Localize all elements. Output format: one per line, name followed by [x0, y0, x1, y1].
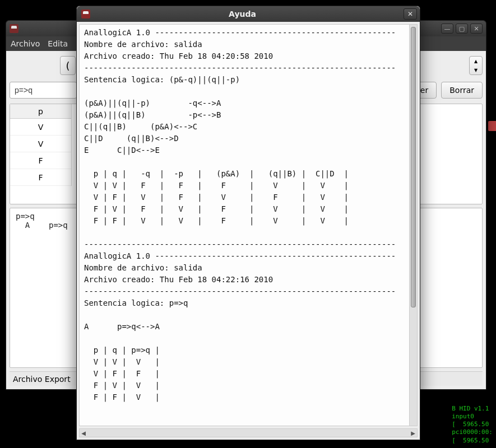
table-cell: V: [10, 136, 71, 152]
menu-editar[interactable]: Edita: [48, 39, 68, 48]
desktop-terminal-text: B HID v1.1 input0 [ 5965.50 pci0000:00: …: [452, 405, 493, 445]
scroll-right-icon[interactable]: ▶: [409, 429, 417, 437]
table-header[interactable]: p: [10, 104, 71, 119]
app-icon: [81, 10, 90, 18]
help-titlebar[interactable]: Ayuda ✕: [77, 6, 420, 22]
formula-input[interactable]: [10, 82, 77, 99]
table-cell: F: [10, 169, 71, 186]
close-button[interactable]: ✕: [404, 8, 417, 20]
help-content[interactable]: AnallogicA 1.0 -------------------------…: [79, 24, 410, 426]
app-icon: [10, 24, 18, 33]
help-title: Ayuda: [81, 10, 404, 18]
chevron-up-icon: ▲: [470, 57, 482, 66]
close-button[interactable]: ✕: [470, 24, 483, 34]
maximize-button[interactable]: ▢: [456, 24, 468, 34]
horizontal-scrollbar[interactable]: ◀ ▶: [79, 428, 418, 437]
export-menu[interactable]: Archivo Export: [13, 375, 71, 384]
spin-button[interactable]: ▲ ▼: [469, 56, 483, 75]
cursor-indicator: [488, 121, 496, 131]
paren-button[interactable]: (: [60, 56, 76, 75]
borrar-button[interactable]: Borrar: [441, 82, 483, 99]
chevron-down-icon: ▼: [470, 66, 482, 74]
table-cell: V: [10, 119, 71, 136]
scroll-thumb[interactable]: [411, 27, 416, 307]
vertical-scrollbar[interactable]: [410, 24, 418, 426]
menu-archivo[interactable]: Archivo: [11, 39, 40, 48]
scroll-left-icon[interactable]: ◀: [80, 429, 87, 437]
scroll-track[interactable]: [87, 429, 409, 437]
help-dialog: Ayuda ✕ AnallogicA 1.0 -----------------…: [76, 6, 420, 440]
table-cell: F: [10, 152, 71, 169]
minimize-button[interactable]: —: [441, 24, 453, 34]
